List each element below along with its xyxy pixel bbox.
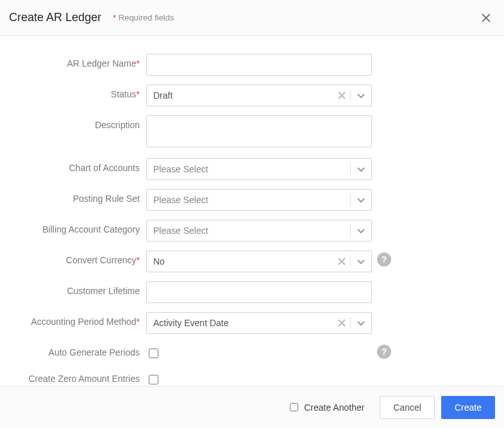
close-icon — [338, 319, 346, 327]
chevron-down-icon — [357, 165, 365, 174]
description-label: Description — [10, 115, 146, 130]
status-chevron[interactable] — [351, 85, 371, 106]
close-icon — [481, 13, 491, 23]
status-value: Draft — [147, 90, 333, 101]
posting-rule-set-label: Posting Rule Set — [10, 189, 146, 204]
billing-account-category-select[interactable]: Please Select — [146, 220, 372, 242]
chart-of-accounts-chevron[interactable] — [351, 159, 371, 179]
required-fields-note: * Required fields — [113, 13, 174, 22]
ar-ledger-name-label: AR Ledger Name* — [10, 54, 146, 69]
close-button[interactable] — [477, 9, 495, 27]
close-icon — [338, 258, 346, 265]
create-button[interactable]: Create — [441, 396, 495, 419]
billing-account-category-value: Please Select — [147, 226, 350, 236]
ar-ledger-name-input[interactable] — [146, 54, 372, 76]
convert-currency-select[interactable]: No — [146, 251, 372, 272]
customer-lifetime-input[interactable] — [146, 281, 372, 303]
chart-of-accounts-label: Chart of Accounts — [10, 158, 146, 173]
convert-currency-value: No — [147, 256, 333, 267]
posting-rule-set-select[interactable]: Please Select — [146, 189, 372, 211]
convert-currency-label: Convert Currency* — [10, 251, 146, 265]
form-body: AR Ledger Name* Status* Draft Descriptio… — [0, 36, 504, 402]
create-another-checkbox[interactable] — [290, 403, 298, 411]
auto-generate-periods-label: Auto Generate Periods — [10, 343, 146, 358]
convert-currency-clear-button[interactable] — [333, 251, 350, 272]
cancel-button[interactable]: Cancel — [380, 396, 435, 419]
create-zero-amount-entries-label: Create Zero Amount Entries — [10, 369, 146, 384]
create-another-toggle[interactable]: Create Another — [287, 401, 364, 413]
chevron-down-icon — [357, 257, 365, 266]
dialog-footer: Create Another Cancel Create — [0, 386, 504, 428]
chevron-down-icon — [357, 91, 365, 100]
description-input[interactable] — [146, 115, 372, 147]
customer-lifetime-label: Customer Lifetime — [10, 281, 146, 296]
posting-rule-set-chevron[interactable] — [351, 190, 371, 210]
dialog-title: Create AR Ledger — [9, 11, 101, 24]
create-another-label: Create Another — [304, 402, 364, 413]
status-label: Status* — [10, 85, 146, 99]
accounting-period-method-chevron[interactable] — [351, 313, 371, 333]
accounting-period-method-select[interactable]: Activity Event Date — [146, 312, 372, 334]
chevron-down-icon — [357, 195, 365, 204]
chart-of-accounts-value: Please Select — [147, 164, 350, 174]
close-icon — [338, 92, 346, 99]
status-select[interactable]: Draft — [146, 85, 372, 106]
status-clear-button[interactable] — [333, 85, 350, 106]
convert-currency-chevron[interactable] — [351, 251, 371, 272]
chevron-down-icon — [357, 226, 365, 235]
dialog-header: Create AR Ledger * Required fields — [0, 0, 504, 36]
auto-generate-periods-help-icon[interactable]: ? — [377, 345, 391, 359]
auto-generate-periods-checkbox[interactable] — [149, 349, 158, 358]
accounting-period-method-value: Activity Event Date — [147, 318, 333, 328]
chart-of-accounts-select[interactable]: Please Select — [146, 158, 372, 180]
convert-currency-help-icon[interactable]: ? — [377, 252, 391, 267]
accounting-period-method-label: Accounting Period Method* — [10, 312, 146, 327]
billing-account-category-label: Billing Account Category — [10, 220, 146, 235]
billing-account-category-chevron[interactable] — [351, 220, 371, 241]
posting-rule-set-value: Please Select — [147, 195, 350, 205]
chevron-down-icon — [357, 318, 365, 327]
accounting-period-method-clear-button[interactable] — [333, 313, 350, 333]
create-zero-amount-entries-checkbox[interactable] — [149, 375, 158, 384]
